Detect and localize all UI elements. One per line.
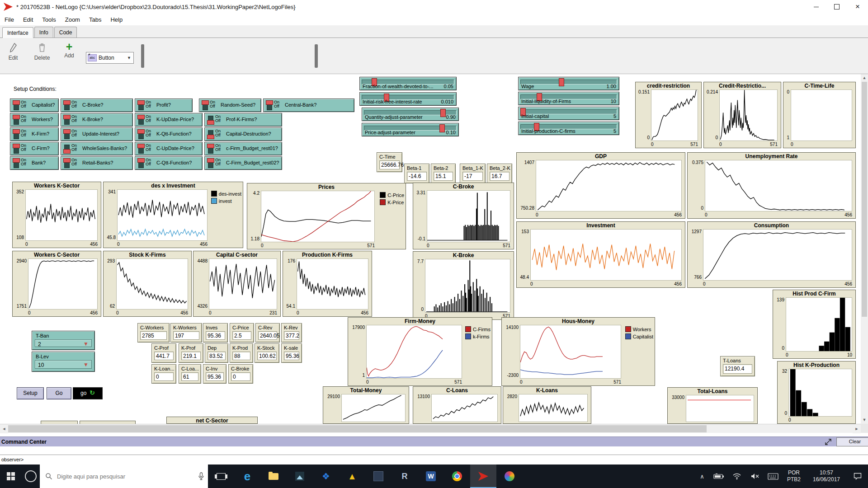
switch-knob[interactable]	[137, 129, 145, 134]
start-button[interactable]	[0, 465, 22, 488]
tray-chevron-up-icon[interactable]: ∧	[694, 465, 710, 488]
cortana-button[interactable]	[22, 465, 40, 488]
switch-retail-banks[interactable]: OnOffRetail-Banks?	[61, 156, 133, 170]
slider-initial-risk-free-interest-rate[interactable]: Initial-risk-free-interest-rate0.010	[359, 92, 457, 106]
tab-interface[interactable]: Interface	[2, 27, 33, 38]
switch-knob[interactable]	[13, 100, 20, 105]
volume-muted-icon[interactable]	[746, 465, 764, 488]
taskbar-app-warning-triangle[interactable]: ▲	[339, 465, 365, 488]
switch-knob[interactable]	[137, 100, 145, 105]
add-tool-button[interactable]: + Add	[57, 42, 81, 59]
switch-c-update-price[interactable]: OnOffC-UpDate-Price?	[135, 142, 203, 155]
menu-item-tabs[interactable]: Tabs	[85, 16, 106, 23]
switch-k-qtt-function[interactable]: OnOffK-Qtt-Function?	[135, 127, 203, 141]
scroll-right-button[interactable]: ►	[853, 424, 861, 433]
switch-c-firm-budget-rest01[interactable]: OnOffc-Firm_Budget_rest01?	[204, 142, 282, 155]
switch-knob[interactable]	[207, 120, 214, 125]
taskbar-app-dark-app[interactable]	[365, 465, 392, 488]
switch-knob[interactable]	[13, 129, 20, 134]
switch-knob[interactable]	[202, 100, 209, 105]
slider-price-adjust-parameter[interactable]: Price-adjust-parameter0.10	[362, 123, 459, 136]
taskbar-app-dropbox[interactable]: ❖	[313, 465, 339, 488]
edit-tool-button[interactable]: Edit	[1, 42, 25, 61]
chooser-b-lev[interactable]: B-Lev10▼	[32, 352, 95, 372]
widget-type-dropdown[interactable]: abc Button ▼	[86, 52, 134, 64]
switch-prof-k-firms[interactable]: OnOffProf-K-Firms?	[204, 113, 282, 127]
switch-capitalist[interactable]: OnOffCapitalist?	[10, 99, 59, 112]
slider-initial-production-c-firms[interactable]: Initial-production-C-firms5	[518, 122, 619, 135]
switch-knob[interactable]	[63, 158, 71, 163]
chooser-value-box[interactable]: 2▼	[35, 339, 92, 347]
taskbar-app-edge[interactable]: e	[234, 465, 260, 488]
scroll-left-button[interactable]: ◄	[0, 424, 8, 433]
switch-random-seed[interactable]: OnOffRandom-Seed?	[199, 99, 261, 112]
switch-c-qtt-function[interactable]: OnOffC-Qtt-Function?	[135, 156, 203, 170]
switch-knob[interactable]	[137, 158, 145, 163]
taskbar-app-chrome[interactable]	[444, 465, 470, 488]
taskbar-search[interactable]	[40, 465, 208, 488]
microphone-icon[interactable]	[198, 472, 204, 480]
switch-knob[interactable]	[207, 158, 214, 163]
action-center-button[interactable]	[847, 465, 868, 488]
battery-icon[interactable]	[710, 465, 728, 488]
menu-item-tools[interactable]: Tools	[38, 16, 60, 23]
switch-c-broke[interactable]: OnOffC-Broke?	[61, 99, 133, 112]
switch-profit[interactable]: OnOffProfit?	[135, 99, 193, 112]
horizontal-scrollbar[interactable]: ◄ ►	[0, 424, 861, 433]
tab-code[interactable]: Code	[54, 27, 77, 38]
go-button[interactable]: Go	[47, 387, 71, 399]
tab-info[interactable]: Info	[34, 27, 53, 38]
switch-k-broke[interactable]: OnOffK-Broke?	[61, 113, 133, 127]
scroll-up-button[interactable]: ▲	[861, 74, 868, 82]
switch-knob[interactable]	[207, 135, 214, 139]
slider-knob[interactable]	[440, 109, 446, 117]
switch-knob[interactable]	[13, 144, 20, 148]
keyboard-icon[interactable]	[764, 465, 782, 488]
menu-item-edit[interactable]: Edit	[19, 16, 38, 23]
menu-item-zoom[interactable]: Zoom	[61, 16, 85, 23]
close-button[interactable]: ×	[847, 0, 868, 14]
switch-capital-destruction[interactable]: OnOffCapital-Destruction?	[204, 127, 282, 141]
command-input[interactable]	[28, 455, 866, 465]
switch-knob[interactable]	[63, 100, 71, 105]
slider-knob[interactable]	[559, 78, 564, 86]
setup-button[interactable]: Setup	[17, 387, 44, 399]
switch-k-firm[interactable]: OnOffK-Firm?	[10, 127, 59, 141]
slider-fraction-of-wealth[interactable]: Fraction-of-wealth-devoted-to-...0.05	[359, 77, 457, 90]
switch-knob[interactable]	[137, 115, 145, 119]
switch-knob[interactable]	[207, 144, 214, 148]
switch-knob[interactable]	[266, 100, 273, 105]
taskbar-app-pinwheel[interactable]	[496, 465, 523, 488]
slider-wage[interactable]: Wage1.00	[518, 77, 619, 90]
switch-k-update-price[interactable]: OnOffK-UpDate-Price?	[135, 113, 203, 127]
taskbar-app-netlogo[interactable]	[470, 465, 496, 488]
switch-c-firm[interactable]: OnOffC-Firm?	[10, 142, 59, 155]
slider-knob[interactable]	[439, 124, 445, 132]
search-input[interactable]	[56, 473, 193, 480]
chooser-t-ban[interactable]: T-Ban2▼	[32, 331, 95, 350]
scroll-down-button[interactable]: ▼	[861, 416, 868, 424]
maximize-button[interactable]	[826, 0, 847, 14]
expand-icon[interactable]	[825, 438, 832, 446]
clock[interactable]: 10:57 16/06/2017	[806, 465, 847, 488]
language-indicator[interactable]: POR PTB2	[782, 465, 806, 488]
wifi-icon[interactable]	[728, 465, 746, 488]
clear-button[interactable]: Clear	[836, 437, 868, 446]
taskbar-app-task-view[interactable]	[208, 465, 234, 488]
switch-wholesales-banks[interactable]: OnOffWholeSales-Banks?	[61, 142, 133, 155]
minimize-button[interactable]	[806, 0, 826, 14]
menu-item-help[interactable]: Help	[106, 16, 127, 23]
delete-tool-button[interactable]: Delete	[30, 42, 54, 61]
command-center-header[interactable]: Command Center Clear	[0, 436, 868, 446]
switch-knob[interactable]	[137, 144, 145, 148]
switch-knob[interactable]	[13, 115, 20, 119]
slider-initial-capital[interactable]: Initial-capital5	[518, 107, 619, 120]
taskbar-app-photos[interactable]	[287, 465, 313, 488]
taskbar-app-word[interactable]: W	[418, 465, 444, 488]
slider-quantity-adjust-parameter[interactable]: Quantity-adjust-parameter0.90	[362, 108, 459, 121]
vertical-scrollbar[interactable]: ▲ ▼	[861, 74, 868, 424]
switch-knob[interactable]	[13, 158, 20, 163]
taskbar-app-r-project[interactable]: R	[392, 465, 418, 488]
switch-knob[interactable]	[63, 129, 71, 134]
horizontal-scroll-thumb[interactable]	[8, 425, 707, 432]
